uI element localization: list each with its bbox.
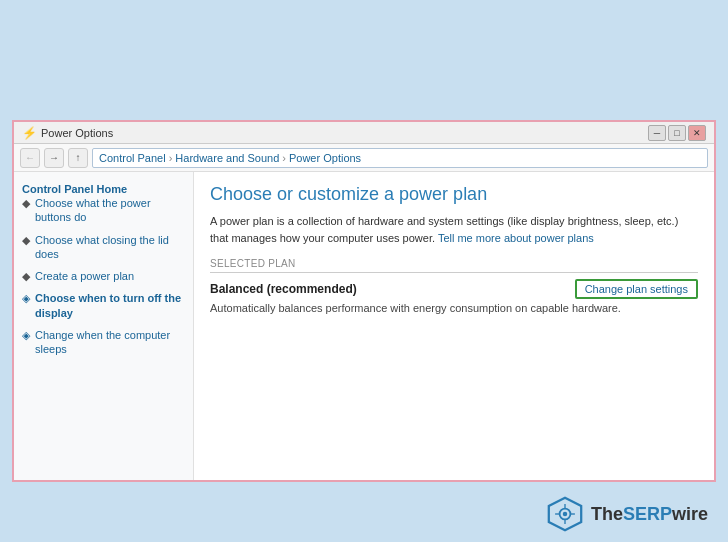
change-plan-button[interactable]: Change plan settings <box>575 279 698 299</box>
sidebar-link-text-3[interactable]: Create a power plan <box>35 269 134 283</box>
sidebar: Control Panel Home ◆ Choose what the pow… <box>14 172 194 480</box>
sidebar-item-closing-lid[interactable]: ◆ Choose what closing the lid does <box>22 233 185 262</box>
sidebar-item-create-plan[interactable]: ◆ Create a power plan <box>22 269 185 283</box>
sidebar-item-computer-sleeps[interactable]: ◈ Change when the computer sleeps <box>22 328 185 357</box>
main-content: Control Panel Home ◆ Choose what the pow… <box>14 172 714 480</box>
path-control-panel[interactable]: Control Panel <box>99 152 166 164</box>
selected-plan-label: Selected plan <box>210 258 698 273</box>
close-button[interactable]: ✕ <box>688 125 706 141</box>
learn-more-text[interactable]: Tell me more about power plans <box>438 232 594 244</box>
sidebar-link-text-5[interactable]: Change when the computer sleeps <box>35 328 185 357</box>
back-button[interactable]: ← <box>20 148 40 168</box>
page-description: A power plan is a collection of hardware… <box>210 213 690 246</box>
path-hardware-sound[interactable]: Hardware and Sound <box>175 152 279 164</box>
sidebar-item-turn-off-display[interactable]: ◈ Choose when to turn off the display <box>22 291 185 320</box>
plan-description: Automatically balances performance with … <box>210 302 698 314</box>
logo-area: TheSERPwire <box>547 496 708 532</box>
address-path[interactable]: Control Panel › Hardware and Sound › Pow… <box>92 148 708 168</box>
control-panel-home-label[interactable]: Control Panel Home <box>22 183 127 195</box>
learn-more-link[interactable]: Tell me more about power plans <box>438 232 594 244</box>
window-icon: ⚡ <box>22 126 37 140</box>
addressbar: ← → ↑ Control Panel › Hardware and Sound… <box>14 144 714 172</box>
path-power-options[interactable]: Power Options <box>289 152 361 164</box>
up-button[interactable]: ↑ <box>68 148 88 168</box>
svg-point-6 <box>563 512 568 517</box>
content-panel: Choose or customize a power plan A power… <box>194 172 714 480</box>
bullet-icon-1: ◆ <box>22 197 30 210</box>
plan-row: Balanced (recommended) Change plan setti… <box>210 279 698 299</box>
sidebar-link-text-4[interactable]: Choose when to turn off the display <box>35 291 185 320</box>
window-frame: ⚡ Power Options ─ □ ✕ ← → ↑ Control Pane… <box>12 120 716 482</box>
minimize-button[interactable]: ─ <box>648 125 666 141</box>
plan-name: Balanced (recommended) <box>210 282 357 296</box>
titlebar: ⚡ Power Options ─ □ ✕ <box>14 122 714 144</box>
logo-text: TheSERPwire <box>591 504 708 525</box>
window-container: ⚡ Power Options ─ □ ✕ ← → ↑ Control Pane… <box>12 120 716 482</box>
path-sep-2: › <box>282 152 286 164</box>
sidebar-item-power-buttons[interactable]: ◆ Choose what the power buttons do <box>22 196 185 225</box>
bullet-icon-3: ◆ <box>22 270 30 283</box>
bullet-icon-5: ◈ <box>22 329 30 342</box>
bullet-icon-4: ◈ <box>22 292 30 305</box>
forward-button[interactable]: → <box>44 148 64 168</box>
sidebar-link-text-1[interactable]: Choose what the power buttons do <box>35 196 185 225</box>
maximize-button[interactable]: □ <box>668 125 686 141</box>
path-sep-1: › <box>169 152 173 164</box>
bullet-icon-2: ◆ <box>22 234 30 247</box>
window-title: Power Options <box>41 127 644 139</box>
serp-wire-logo-icon <box>547 496 583 532</box>
sidebar-home-link[interactable]: Control Panel Home <box>22 182 185 196</box>
window-controls: ─ □ ✕ <box>648 125 706 141</box>
sidebar-link-text-2[interactable]: Choose what closing the lid does <box>35 233 185 262</box>
page-title: Choose or customize a power plan <box>210 184 698 205</box>
